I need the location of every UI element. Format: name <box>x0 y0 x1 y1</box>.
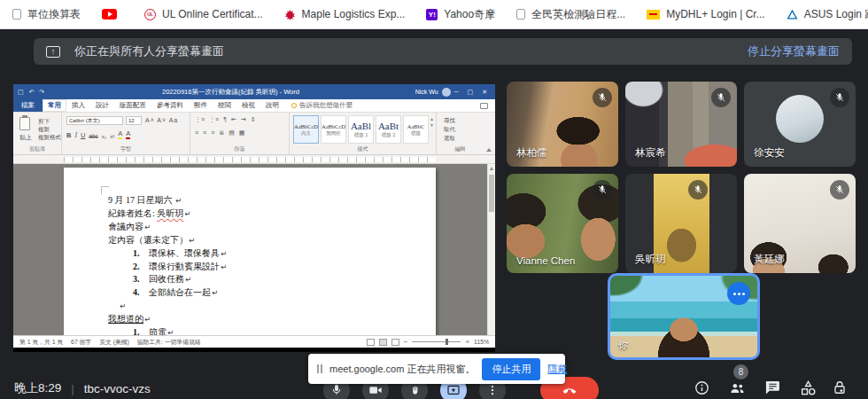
status-accessibility: 協助工具: 一切準備就緒 <box>137 338 201 347</box>
self-video-tile[interactable]: 你 <box>608 273 760 360</box>
bookmark-asus-router[interactable]: ASUS Login 路由器... <box>787 7 868 22</box>
participant-tile-6[interactable]: 黃廷娜 <box>744 174 856 273</box>
self-tile-more-button[interactable] <box>727 282 750 305</box>
bookmark-label: 全民英檢測驗日程... <box>531 7 625 22</box>
mic-muted-icon <box>830 88 849 107</box>
participant-tile-2[interactable]: 林宸希 <box>625 82 737 167</box>
bookmark-label: UL Online Certificat... <box>162 8 263 20</box>
chat-icon <box>763 379 781 396</box>
font-group: Calibri (本文) 12 A˄ A˅ Aa B I U abc x₂ x²… <box>62 113 190 154</box>
scrollbar-thumb <box>489 175 494 212</box>
account-avatar <box>442 88 451 97</box>
style-card-heading2: AaBt 標題 2 <box>376 115 401 144</box>
word-account-name: Nick Wu <box>415 89 438 95</box>
youtube-icon <box>102 9 117 20</box>
asus-triangle-icon <box>787 9 798 20</box>
font-format-buttons: B I U abc x₂ x² A A <box>66 129 130 139</box>
web-layout-icon <box>391 339 399 346</box>
activities-button[interactable] <box>798 378 818 397</box>
status-word-count: 67 個字 <box>71 338 91 347</box>
zoom-percentage: 115% <box>474 339 489 345</box>
quick-access-toolbar-icons: ▢ ↶ ↷ <box>18 89 46 96</box>
participant-tile-3[interactable]: 徐安安 <box>744 82 856 167</box>
ruler-ticks <box>64 157 436 162</box>
font-grow-shrink-icons: A˄ A˅ Aa <box>145 117 178 123</box>
bookmark-unit-converter[interactable]: 單位換算表 <box>12 7 81 22</box>
chat-button[interactable] <box>763 378 782 397</box>
margin-corner-mark <box>101 186 109 194</box>
share-banner-message: 你正在與所有人分享螢幕畫面 <box>74 43 224 59</box>
bookmark-label: MyDHL+ Login | Cr... <box>666 8 765 20</box>
tab-layout: 版面配置 <box>114 99 151 112</box>
styles-group: AaBbCcD 內文 AaBbCcD 無間距 AaBl 標題 1 AaBt 標題… <box>290 113 437 154</box>
ul-icon <box>144 9 156 20</box>
camera-icon <box>368 383 383 397</box>
drag-grip-icon[interactable] <box>317 364 322 373</box>
zoom-slider <box>412 341 461 342</box>
participant-tile-4[interactable]: Vianne Chen <box>507 174 618 273</box>
paste-icon <box>19 117 30 130</box>
stop-presenting-link[interactable]: 停止分享螢幕畫面 <box>748 43 840 59</box>
presentation-tile-word[interactable]: ▢ ↶ ↷ 20220916第一次行動會議(紀錄 吳昕玥) - Word Nic… <box>13 84 495 352</box>
host-controls-button[interactable] <box>830 378 849 397</box>
participant-tile-5[interactable]: 吳昕玥 <box>625 174 737 273</box>
stop-sharing-button[interactable]: 停止共用 <box>482 358 540 380</box>
highlight-color-icon: A <box>118 129 122 139</box>
divider: | <box>71 382 74 395</box>
participant-tile-1[interactable]: 林柏儒 <box>507 82 618 167</box>
style-gallery-scroll-arrows: ▲▼ <box>430 116 434 129</box>
word-document-title: 20220916第一次行動會議(紀錄 吳昕玥) - Word <box>50 88 412 97</box>
mic-muted-icon <box>711 88 731 107</box>
participant-name: 徐安安 <box>754 146 785 160</box>
meeting-code: tbc-vvoc-vzs <box>84 382 151 395</box>
meeting-details-button[interactable] <box>692 378 711 397</box>
bookmark-maple-logistics[interactable]: Maple Logistics Exp... <box>284 8 406 20</box>
mic-muted-icon <box>830 180 849 200</box>
mic-muted-icon <box>688 180 708 200</box>
word-vertical-scrollbar <box>487 164 495 335</box>
zoom-in-icon: + <box>465 338 469 346</box>
page-icon <box>12 9 21 20</box>
bookmark-gept-schedule[interactable]: 全民英檢測驗日程... <box>516 7 625 22</box>
word-document-area: 9 月 17 日星期六 ↵ 紀錄者姓名: 吳昕玥↵ 會議內容↵ 定內容（還未定下… <box>13 164 495 335</box>
participant-name: 林柏儒 <box>516 146 547 160</box>
tab-insert: 插入 <box>66 99 90 112</box>
font-size-dropdown: 12 <box>126 116 142 125</box>
tab-design: 設計 <box>90 99 114 112</box>
people-icon <box>728 379 747 397</box>
bookmark-youtube[interactable] <box>102 9 123 20</box>
bookmark-yahoo[interactable]: Yahoo奇摩 <box>426 7 495 22</box>
tab-references: 參考資料 <box>151 99 189 112</box>
more-vert-icon <box>486 384 499 396</box>
share-notification-message: meet.google.com 正在共用視窗。 <box>329 363 475 376</box>
participant-name: 黃廷娜 <box>754 253 785 266</box>
clipboard-mini-commands: 剪下 複製 複製格式 <box>38 117 61 141</box>
dhl-icon <box>647 10 660 20</box>
tab-home: 常用 <box>43 99 66 112</box>
participant-name: Vianne Chen <box>516 255 575 266</box>
meet-screen: 單位換算表 UL Online Certificat... Maple Logi… <box>0 0 868 399</box>
spellcheck-word: 吳昕玥 <box>157 208 183 218</box>
bookmark-mydhl[interactable]: MyDHL+ Login | Cr... <box>647 8 765 20</box>
show-everyone-button[interactable] <box>727 378 747 397</box>
bottom-bar-left: 晚上8:29 | tbc-vvoc-vzs <box>14 380 151 396</box>
bookmark-ul-certificate[interactable]: UL Online Certificat... <box>144 8 263 20</box>
info-icon <box>694 379 710 396</box>
status-language: 英文 (美國) <box>99 338 129 347</box>
zoom-out-icon: − <box>404 338 408 346</box>
self-label: 你 <box>618 339 628 352</box>
hide-notification-link[interactable]: 隱藏 <box>547 363 567 376</box>
mic-icon <box>329 383 344 397</box>
scroll-up-icon <box>490 167 493 170</box>
tab-mailings: 郵件 <box>189 99 213 112</box>
tab-file: 檔案 <box>13 99 43 112</box>
doc-heading: 我想道的 <box>108 314 143 324</box>
bookmark-label: 單位換算表 <box>27 7 81 22</box>
list-and-indent-icons: ⋮≡⋮≡¶⇤⇥⇕ <box>195 116 256 123</box>
present-screen-icon <box>446 383 461 397</box>
lightbulb-icon <box>291 103 297 108</box>
screen-share-banner: 你正在與所有人分享螢幕畫面 停止分享螢幕畫面 <box>34 38 852 65</box>
font-color-icon: A <box>126 129 130 139</box>
bookmark-label: Yahoo奇摩 <box>444 7 495 22</box>
tab-view: 檢視 <box>236 99 260 112</box>
